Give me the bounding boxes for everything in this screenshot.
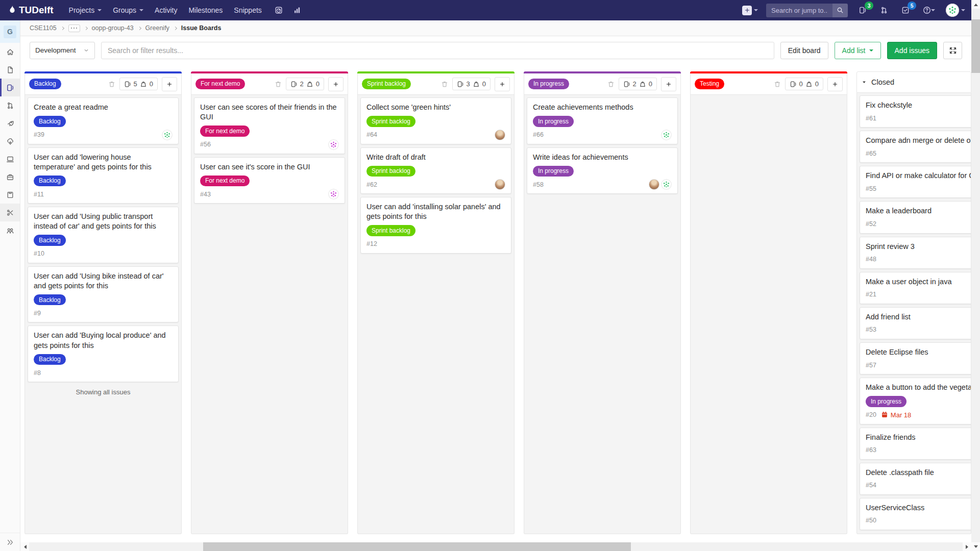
sidebar-item-monitor[interactable]	[0, 150, 20, 168]
add-issues-button[interactable]: Add issues	[887, 42, 937, 59]
board-select[interactable]: Development	[30, 42, 95, 59]
issues-nav-icon[interactable]: 3	[856, 4, 869, 17]
sidebar-item-operations-cloud[interactable]	[0, 132, 20, 150]
sidebar-item-wiki[interactable]	[0, 186, 20, 204]
assignee-avatar[interactable]	[661, 130, 672, 140]
add-issue-to-list-button[interactable]	[495, 77, 510, 91]
issue-card[interactable]: Sprint review 3#48	[860, 237, 971, 269]
todos-nav-icon[interactable]: 5	[899, 4, 912, 17]
vertical-scrollbar-thumb[interactable]	[971, 19, 980, 73]
global-search-input[interactable]	[766, 4, 832, 17]
search-icon[interactable]	[832, 4, 848, 17]
collapse-caret-icon[interactable]	[861, 79, 867, 85]
chart-icon[interactable]	[290, 4, 304, 17]
breadcrumb-item[interactable]: CSE1105	[30, 24, 57, 32]
user-menu[interactable]	[946, 4, 965, 17]
issue-card[interactable]: Write draft of draftSprint backlog#62	[360, 147, 511, 194]
edit-board-button[interactable]: Edit board	[780, 42, 828, 59]
nav-link-groups[interactable]: Groups	[108, 4, 149, 17]
issue-card[interactable]: User can add 'Using public transport ins…	[28, 207, 179, 263]
issue-card[interactable]: Collect some 'green hints'Sprint backlog…	[360, 97, 511, 144]
delete-list-button[interactable]	[108, 81, 115, 88]
breadcrumb-item[interactable]: oopp-group-43	[92, 24, 134, 32]
issue-card[interactable]: Delete .classpath file#54	[860, 463, 971, 495]
scroll-up-button[interactable]	[971, 0, 980, 9]
weight-icon	[805, 81, 813, 88]
help-menu[interactable]	[920, 4, 938, 17]
assignee-avatar[interactable]	[495, 179, 505, 190]
weight-icon	[306, 81, 313, 88]
assignee-avatar[interactable]	[328, 189, 339, 199]
issue-id: #21	[866, 291, 876, 298]
issue-card[interactable]: User can add 'lowering house temperature…	[28, 147, 179, 204]
issue-card[interactable]: Make a user object in java#21	[860, 272, 971, 304]
issue-card[interactable]: Write ideas for achievementsIn progress#…	[527, 147, 678, 194]
project-avatar-link[interactable]: G	[0, 20, 20, 43]
issue-card[interactable]: User can add 'Buying local produce' and …	[28, 325, 179, 382]
assignee-avatars	[328, 139, 339, 150]
sidebar-item-repository-file[interactable]	[0, 61, 20, 79]
nav-link-projects[interactable]: Projects	[64, 4, 107, 17]
delete-list-button[interactable]	[441, 81, 448, 88]
sidebar-item-merge-requests[interactable]	[0, 96, 20, 114]
tudelft-logo[interactable]: TUDelft	[7, 5, 54, 16]
assignee-avatar[interactable]	[495, 130, 505, 140]
add-list-button[interactable]: Add list	[835, 42, 881, 59]
issue-card[interactable]: Create achievements methodsIn progress#6…	[527, 97, 678, 144]
issue-card[interactable]: UserServiceClass#50	[860, 498, 971, 530]
issue-card[interactable]: Compare adn merge or delete old branches…	[860, 131, 971, 163]
delete-list-button[interactable]	[607, 81, 615, 88]
assignee-avatar[interactable]	[649, 179, 659, 190]
add-issue-to-list-button[interactable]	[827, 77, 843, 91]
horizontal-scrollbar-thumb[interactable]	[203, 542, 631, 551]
issue-card[interactable]: Make a leaderboard#52	[860, 201, 971, 233]
scroll-left-button[interactable]	[20, 542, 29, 551]
issue-card-footer: #66	[533, 130, 672, 140]
breadcrumb-item[interactable]: Greenify	[145, 24, 169, 32]
issue-card[interactable]: Finalize friends#63	[860, 428, 971, 460]
issue-card[interactable]: Make a button to add the vegetarianIn pr…	[860, 378, 971, 424]
merge-requests-nav-icon[interactable]	[877, 4, 891, 17]
assignee-avatar[interactable]	[162, 130, 173, 140]
new-menu-button[interactable]	[742, 6, 758, 15]
vertical-scrollbar[interactable]	[971, 0, 980, 551]
sidebar-item-issue-boards[interactable]	[0, 79, 20, 96]
list-header: In progress20	[524, 73, 681, 95]
horizontal-scrollbar[interactable]	[20, 542, 971, 551]
issue-card[interactable]: Fix checkstyle#61	[860, 95, 971, 128]
assignee-avatars	[328, 189, 339, 199]
dashboard-icon[interactable]	[272, 4, 285, 17]
filter-input[interactable]	[101, 42, 774, 59]
issue-card-footer: #9	[34, 308, 173, 318]
nav-link-snippets[interactable]: Snippets	[229, 4, 266, 17]
add-issue-to-list-button[interactable]	[328, 77, 344, 91]
delete-list-button[interactable]	[275, 81, 282, 88]
scroll-down-button[interactable]	[971, 542, 980, 551]
breadcrumb-item[interactable]: Issue Boards	[181, 24, 222, 32]
delete-list-button[interactable]	[774, 81, 781, 88]
ci-cd-rocket-icon	[6, 119, 14, 128]
focus-mode-button[interactable]	[943, 42, 962, 59]
sidebar-item-packages[interactable]	[0, 168, 20, 186]
nav-link-activity[interactable]: Activity	[150, 4, 182, 17]
breadcrumb-ellipsis-button[interactable]	[68, 24, 80, 32]
issue-card[interactable]: User can see it's score in the GUIFor ne…	[194, 157, 345, 204]
issue-card[interactable]: Delete Eclipse files#57	[860, 342, 971, 374]
assignee-avatar[interactable]	[328, 139, 339, 150]
nav-link-milestones[interactable]: Milestones	[183, 4, 228, 17]
sidebar-expand-toggle[interactable]	[0, 533, 20, 551]
add-issue-to-list-button[interactable]	[661, 77, 676, 91]
sidebar-item-snippets-scissors[interactable]	[0, 204, 20, 221]
issue-card[interactable]: User can add 'installing solar panels' a…	[360, 197, 511, 254]
sidebar-item-ci-cd-rocket[interactable]	[0, 114, 20, 132]
issue-card[interactable]: Add friend list#53	[860, 307, 971, 339]
add-issue-to-list-button[interactable]	[162, 77, 177, 91]
issue-card[interactable]: Find API or make calculator for CO2#55	[860, 166, 971, 198]
issue-card[interactable]: Create a great readmeBacklog#39	[28, 97, 179, 144]
issue-card[interactable]: User can add 'Using bike instead of car'…	[28, 266, 179, 323]
sidebar-item-members[interactable]	[0, 221, 20, 239]
sidebar-item-home[interactable]	[0, 43, 20, 61]
scroll-right-button[interactable]	[963, 542, 971, 551]
assignee-avatar[interactable]	[661, 179, 672, 190]
issue-card[interactable]: User can see scores of their friends in …	[194, 97, 345, 154]
